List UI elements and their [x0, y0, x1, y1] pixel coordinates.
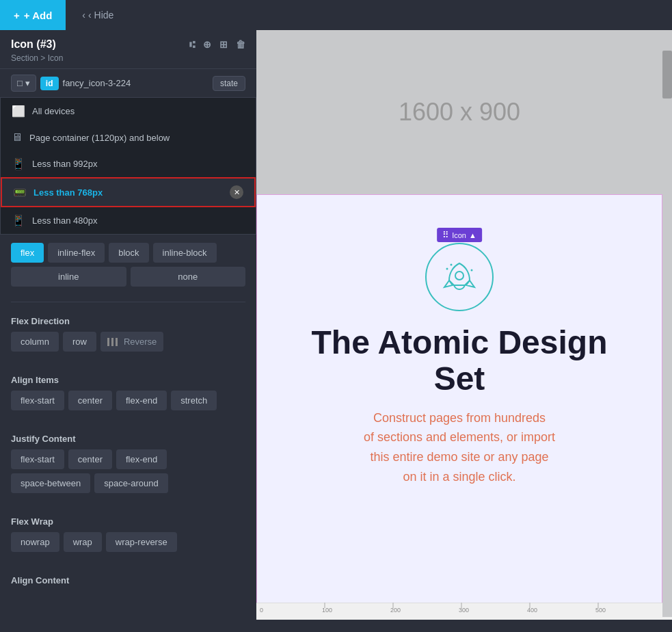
- canvas-inner: 1600 x 900 ⠿ Icon ▲: [256, 30, 672, 632]
- device-480-label: Less than 480px: [32, 215, 97, 226]
- mobile-icon: 📱: [12, 214, 25, 227]
- display-none-button[interactable]: none: [131, 267, 246, 287]
- hide-label: ‹ Hide: [88, 10, 113, 21]
- svg-text:0: 0: [260, 607, 263, 614]
- device-1120-label: Page container (1120px) and below: [29, 133, 170, 143]
- svg-point-2: [451, 264, 453, 266]
- title-actions: ⑆ ⊕ ⊞ 🗑: [189, 39, 245, 50]
- device-option-480[interactable]: 📱 Less than 480px: [1, 207, 256, 234]
- align-items-label: Align Items: [11, 375, 245, 385]
- scrollbar-thumb[interactable]: [662, 51, 672, 98]
- flex-wrap-section: Flex Wrap nowrap wrap wrap-reverse: [0, 505, 256, 564]
- close-icon[interactable]: ✕: [230, 185, 243, 199]
- align-center-button[interactable]: center: [68, 391, 112, 410]
- dots-icon: ⠿: [442, 230, 449, 240]
- hero-title: The Atomic Design Set: [284, 325, 634, 397]
- svg-point-1: [446, 268, 448, 270]
- plus-icon: +: [14, 10, 20, 21]
- sidebar-header: Icon (#3) ⑆ ⊕ ⊞ 🗑 Section > Icon: [0, 30, 256, 69]
- flex-direction-reverse-button[interactable]: Reverse: [100, 332, 163, 352]
- trash-icon[interactable]: 🗑: [236, 39, 245, 50]
- add-label: + Add: [24, 10, 53, 21]
- chevron-down-icon: ▾: [25, 78, 30, 88]
- id-badge[interactable]: id: [40, 77, 59, 90]
- wrap-reverse-button[interactable]: wrap-reverse: [106, 532, 177, 552]
- copy-icon[interactable]: ⊞: [219, 39, 228, 50]
- add-button[interactable]: + + Add: [0, 0, 66, 30]
- ruler: 0 100 200 300 400 500: [256, 605, 672, 620]
- align-flex-end-button[interactable]: flex-end: [116, 391, 167, 410]
- top-bar: + + Add ‹ ‹ Hide: [0, 0, 672, 30]
- flex-wrap-buttons: nowrap wrap wrap-reverse: [11, 532, 245, 552]
- align-content-section: Align Content: [0, 564, 256, 599]
- flex-direction-column-button[interactable]: column: [11, 332, 59, 352]
- chevron-left-icon: ‹: [82, 10, 85, 21]
- device-icon: □: [17, 78, 23, 88]
- hide-section: ‹ ‹ Hide: [66, 0, 130, 30]
- canvas-wrapper: 1600 x 900 ⠿ Icon ▲: [256, 30, 672, 632]
- display-btn-row1: flex inline-flex block inline-block: [11, 243, 245, 263]
- wrap-wrap-button[interactable]: wrap: [64, 532, 102, 552]
- hero-subtitle: Construct pages from hundreds of section…: [364, 408, 555, 487]
- link-icon[interactable]: ⊕: [203, 39, 211, 50]
- main-layout: Icon (#3) ⑆ ⊕ ⊞ 🗑 Section > Icon □ ▾ id …: [0, 30, 672, 632]
- flex-direction-section: Flex Direction column row Reverse: [0, 305, 256, 364]
- display-inline-block-button[interactable]: inline-block: [153, 243, 217, 263]
- id-value: fancy_icon-3-224: [63, 78, 209, 88]
- wrap-nowrap-button[interactable]: nowrap: [11, 532, 59, 552]
- align-content-label: Align Content: [11, 575, 245, 585]
- rocket-svg: [439, 256, 480, 298]
- flex-direction-label: Flex Direction: [11, 316, 245, 326]
- display-flex-button[interactable]: flex: [11, 243, 44, 263]
- svg-text:400: 400: [527, 607, 537, 614]
- hide-button[interactable]: ‹ ‹ Hide: [71, 10, 124, 21]
- hero-sub1: Construct pages from hundreds: [373, 411, 546, 425]
- align-stretch-button[interactable]: stretch: [171, 391, 217, 410]
- display-btn-row2: inline none: [11, 267, 245, 287]
- device-option-all[interactable]: ⬜ All devices: [1, 98, 256, 124]
- device-option-768[interactable]: 📟 Less than 768px ✕: [1, 177, 256, 207]
- svg-text:300: 300: [459, 607, 469, 614]
- sidebar-title-row: Icon (#3) ⑆ ⊕ ⊞ 🗑: [11, 38, 245, 51]
- svg-point-0: [455, 272, 463, 280]
- sidebar: Icon (#3) ⑆ ⊕ ⊞ 🗑 Section > Icon □ ▾ id …: [0, 30, 256, 632]
- align-items-section: Align Items flex-start center flex-end s…: [0, 364, 256, 423]
- display-inline-flex-button[interactable]: inline-flex: [48, 243, 105, 263]
- justify-flex-start-button[interactable]: flex-start: [11, 449, 64, 469]
- vertical-scrollbar[interactable]: [662, 30, 672, 617]
- state-button[interactable]: state: [213, 76, 245, 91]
- divider-1: [11, 302, 245, 302]
- align-flex-start-button[interactable]: flex-start: [11, 391, 64, 410]
- hero-sub-highlight: import: [521, 430, 555, 444]
- breadcrumb: Section > Icon: [11, 53, 245, 63]
- device-selector[interactable]: □ ▾: [11, 75, 36, 92]
- device-option-992[interactable]: 📱 Less than 992px: [1, 150, 256, 177]
- justify-content-label: Justify Content: [11, 434, 245, 444]
- display-inline-button[interactable]: inline: [11, 267, 126, 287]
- icon-label-badge[interactable]: ⠿ Icon ▲: [437, 228, 482, 242]
- device-option-1120[interactable]: 🖥 Page container (1120px) and below: [1, 124, 256, 150]
- display-block-button[interactable]: block: [109, 243, 148, 263]
- align-items-buttons: flex-start center flex-end stretch: [11, 391, 245, 410]
- reverse-label: Reverse: [124, 337, 157, 347]
- rocket-circle: [425, 243, 494, 311]
- justify-content-row2: space-between space-around: [11, 473, 245, 493]
- monitor-icon: 🖥: [12, 131, 23, 144]
- reverse-icon: [107, 338, 120, 346]
- device-all-label: All devices: [32, 106, 75, 116]
- justify-center-button[interactable]: center: [68, 449, 112, 469]
- svg-point-3: [471, 269, 473, 272]
- share-icon[interactable]: ⑆: [189, 39, 195, 50]
- hero-sub2: of sections and elements, or: [364, 430, 521, 444]
- justify-space-around-button[interactable]: space-around: [94, 473, 168, 493]
- placeholder-text: 1600 x 900: [399, 98, 520, 127]
- element-title: Icon (#3): [11, 38, 56, 51]
- flex-direction-buttons: column row Reverse: [11, 332, 245, 352]
- page-content-area: ⠿ Icon ▲: [256, 194, 662, 605]
- flex-direction-row-button[interactable]: row: [63, 332, 96, 352]
- ruler-svg: 0 100 200 300 400 500: [256, 603, 667, 618]
- device-992-label: Less than 992px: [32, 159, 97, 169]
- justify-space-between-button[interactable]: space-between: [11, 473, 90, 493]
- justify-flex-end-button[interactable]: flex-end: [116, 449, 167, 469]
- svg-text:200: 200: [390, 607, 401, 614]
